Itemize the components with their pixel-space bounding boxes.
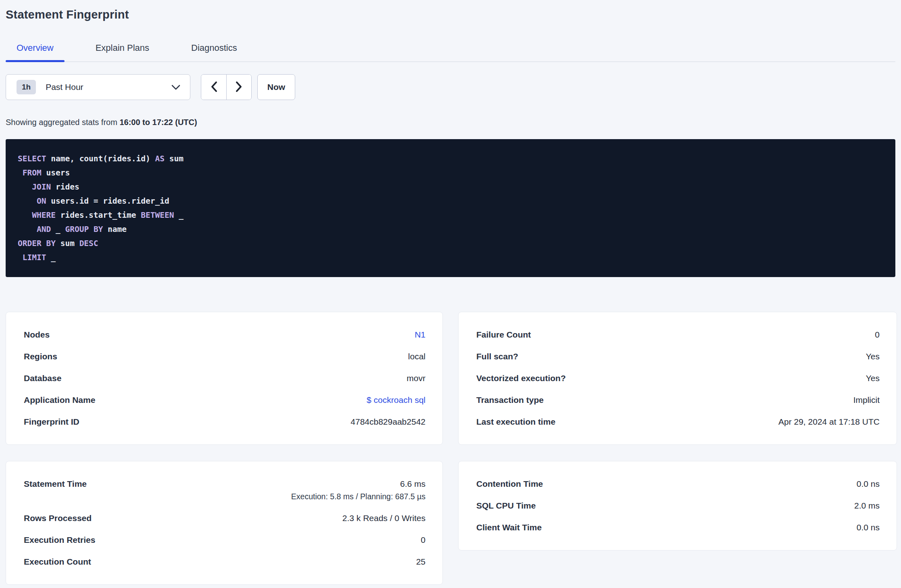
label-database: Database — [24, 373, 61, 383]
value-application-name-link[interactable]: $ cockroach sql — [367, 395, 425, 405]
tab-bar: OverviewExplain PlansDiagnostics — [6, 39, 895, 62]
label-failure-count: Failure Count — [476, 330, 531, 340]
value-fingerprint-id: 4784cb829aab2542 — [350, 417, 425, 427]
sql-keyword: DESC — [79, 239, 98, 248]
value-sql-cpu-time: 2.0 ms — [854, 501, 880, 511]
sql-line: AND _ GROUP BY name — [18, 222, 883, 236]
sql-keyword: FROM — [23, 168, 42, 177]
sql-text: _ — [174, 211, 183, 220]
sql-line: ON users.id = rides.rider_id — [18, 194, 883, 208]
value-statement-time: 6.6 msExecution: 5.8 ms / Planning: 687.… — [291, 479, 425, 501]
value-nodes-link[interactable]: N1 — [415, 330, 425, 340]
aggregation-note-range: 16:00 to 17:22 (UTC) — [119, 118, 197, 127]
sql-keyword: BETWEEN — [141, 211, 174, 220]
value-last-execution-time: Apr 29, 2024 at 17:18 UTC — [778, 417, 880, 427]
sql-text — [18, 253, 23, 262]
value-transaction-type: Implicit — [853, 395, 880, 405]
sql-text — [18, 182, 32, 192]
sql-text: users.id = rides.rider_id — [46, 196, 169, 206]
value-database: movr — [407, 373, 425, 383]
sql-text: rides — [51, 182, 79, 192]
card-row: Rows Processed2.3 k Reads / 0 Writes — [24, 507, 425, 529]
page-title: Statement Fingerprint — [6, 6, 895, 23]
statement-details-card: NodesN1RegionslocalDatabasemovrApplicati… — [6, 312, 443, 445]
statement-attributes-card: Failure Count0Full scan?YesVectorized ex… — [458, 312, 897, 445]
value-main: 6.6 ms — [291, 479, 425, 489]
label-execution-count: Execution Count — [24, 557, 91, 567]
tab-label: Explain Plans — [96, 43, 149, 53]
card-row: NodesN1 — [24, 324, 425, 346]
sql-keyword: ORDER BY — [18, 239, 56, 248]
prev-interval-button[interactable] — [201, 75, 226, 100]
sql-keyword: WHERE — [32, 211, 56, 220]
chevron-left-icon — [210, 81, 218, 94]
card-row: SQL CPU Time2.0 ms — [476, 495, 880, 517]
sql-text: sum — [165, 154, 184, 163]
sql-keyword: AS — [155, 154, 164, 163]
label-fingerprint-id: Fingerprint ID — [24, 417, 79, 427]
label-sql-cpu-time: SQL CPU Time — [476, 501, 536, 511]
tab-diagnostics[interactable]: Diagnostics — [180, 39, 248, 61]
label-last-execution-time: Last execution time — [476, 417, 555, 427]
interval-label: Past Hour — [46, 82, 83, 92]
interval-badge: 1h — [17, 80, 36, 94]
tab-overview[interactable]: Overview — [6, 39, 65, 61]
sql-text: _ — [46, 253, 55, 262]
sql-text: name, count(rides.id) — [46, 154, 155, 163]
tab-explain-plans[interactable]: Explain Plans — [85, 39, 160, 61]
time-interval-select[interactable]: 1h Past Hour — [6, 74, 190, 100]
card-row: Regionslocal — [24, 346, 425, 367]
label-transaction-type: Transaction type — [476, 395, 544, 405]
card-row: Execution Count25 — [24, 551, 425, 573]
card-row: Failure Count0 — [476, 324, 880, 346]
sql-keyword: LIMIT — [23, 253, 46, 262]
sql-keyword: AND — [37, 225, 51, 234]
label-contention-time: Contention Time — [476, 479, 543, 489]
card-row: Full scan?Yes — [476, 346, 880, 367]
sql-keyword: GROUP BY — [65, 225, 103, 234]
aggregation-note: Showing aggregated stats from 16:00 to 1… — [6, 118, 895, 127]
sql-line: FROM users — [18, 166, 883, 180]
statement-fingerprint-page: Statement Fingerprint OverviewExplain Pl… — [0, 6, 901, 585]
sql-text — [18, 168, 23, 177]
label-execution-retries: Execution Retries — [24, 535, 95, 545]
card-row: Execution Retries0 — [24, 529, 425, 551]
now-button[interactable]: Now — [257, 74, 295, 100]
value-vectorized-execution: Yes — [866, 373, 880, 383]
value-rows-processed: 2.3 k Reads / 0 Writes — [342, 513, 425, 523]
next-interval-button[interactable] — [226, 75, 251, 100]
sql-keyword: SELECT — [18, 154, 46, 163]
label-rows-processed: Rows Processed — [24, 513, 92, 523]
sql-text: users — [42, 168, 70, 177]
value-execution-count: 25 — [416, 557, 425, 567]
sql-text: _ — [51, 225, 65, 234]
chevron-down-icon — [171, 85, 180, 90]
interval-pager — [201, 74, 252, 100]
wait-times-card: Contention Time0.0 nsSQL CPU Time2.0 msC… — [458, 461, 897, 550]
chevron-right-icon — [235, 81, 243, 94]
tab-label: Diagnostics — [191, 43, 237, 53]
sql-text — [18, 225, 37, 234]
sql-line: ORDER BY sum DESC — [18, 236, 883, 250]
label-vectorized-execution: Vectorized execution? — [476, 373, 566, 383]
sql-line: LIMIT _ — [18, 250, 883, 265]
sql-text — [18, 211, 32, 220]
sql-line: JOIN rides — [18, 180, 883, 194]
sql-text: name — [103, 225, 127, 234]
value-regions: local — [408, 352, 425, 361]
card-row: Last execution timeApr 29, 2024 at 17:18… — [476, 411, 880, 433]
tab-label: Overview — [17, 43, 54, 53]
value-execution-retries: 0 — [421, 535, 425, 545]
sql-line: SELECT name, count(rides.id) AS sum — [18, 152, 883, 166]
label-application-name: Application Name — [24, 395, 95, 405]
card-row: Transaction typeImplicit — [476, 389, 880, 411]
label-statement-time: Statement Time — [24, 479, 87, 489]
card-row: Statement Time6.6 msExecution: 5.8 ms / … — [24, 473, 425, 507]
sql-text: rides.start_time — [56, 211, 141, 220]
time-controls: 1h Past Hour Now — [6, 74, 895, 100]
card-row: Fingerprint ID4784cb829aab2542 — [24, 411, 425, 433]
sql-text — [18, 196, 37, 206]
label-regions: Regions — [24, 352, 57, 361]
card-row: Vectorized execution?Yes — [476, 367, 880, 389]
sql-statement-box: SELECT name, count(rides.id) AS sum FROM… — [6, 139, 895, 277]
